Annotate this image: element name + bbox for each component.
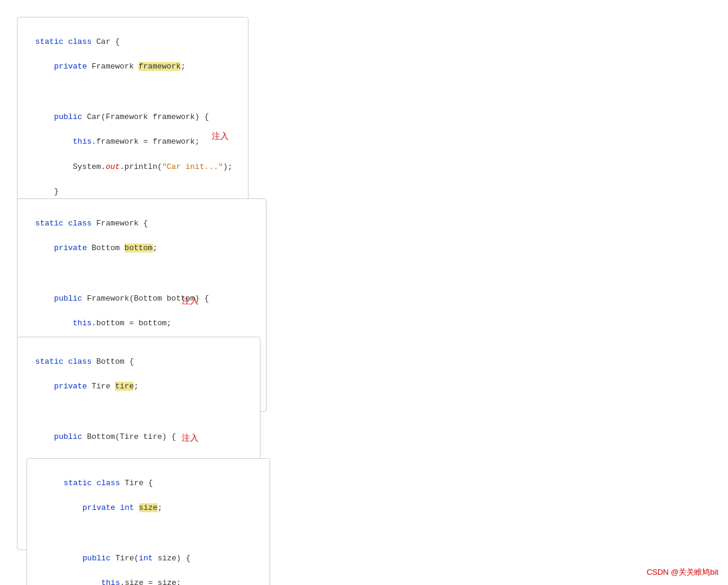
annotation-inject-1: 注入	[212, 131, 229, 142]
annotation-inject-3: 注入	[182, 433, 199, 444]
watermark: CSDN @关关睢鸠bit	[647, 567, 718, 578]
annotation-inject-2: 注入	[182, 296, 199, 307]
tire-code-block: static class Tire { private int size; pu…	[26, 458, 270, 585]
car-line-1-kw: static	[35, 37, 69, 46]
